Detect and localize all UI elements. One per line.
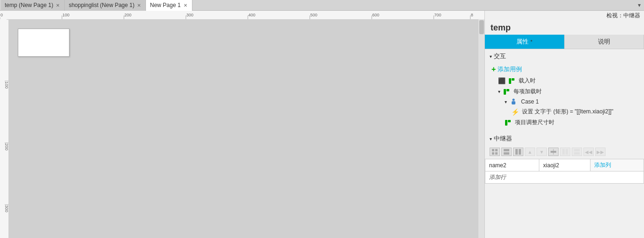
- svg-rect-48: [574, 152, 580, 155]
- event-expand-arrow: ▾: [498, 89, 500, 94]
- repeater-add-col-button[interactable]: 添加列: [590, 159, 644, 171]
- repeater-btn-grid1[interactable]: [513, 148, 523, 156]
- event-each-load-label: 每项加载时: [514, 88, 542, 96]
- interaction-section-title: 交互: [494, 52, 506, 60]
- repeater-btn-prev[interactable]: ◀◀: [583, 148, 594, 156]
- svg-text:100: 100: [62, 13, 69, 17]
- tab-temp[interactable]: temp (New Page 1) ✕: [1, 0, 65, 11]
- tab-description-label: 说明: [598, 38, 610, 45]
- ruler-horizontal: 0 100 200 300 400 500 600 700 8: [0, 11, 484, 19]
- svg-rect-40: [504, 152, 509, 155]
- repeater-btn-grid2[interactable]: [501, 148, 512, 156]
- repeater-add-row-button[interactable]: 添加行: [485, 171, 644, 184]
- repeater-section-header[interactable]: ▾ 中继器: [485, 132, 644, 146]
- ruler-v-svg: 100 200 300: [0, 19, 8, 238]
- svg-rect-29: [504, 89, 506, 95]
- event-shape-load: [508, 78, 515, 84]
- repeater-cell-name2[interactable]: name2: [485, 159, 539, 171]
- tab-overflow-button[interactable]: ▾: [635, 0, 644, 11]
- canvas-page-element[interactable]: [18, 29, 69, 57]
- event-load[interactable]: ⬛ 载入时: [485, 75, 644, 86]
- component-name: temp: [485, 20, 644, 35]
- tab-newpage-close[interactable]: ✕: [183, 3, 188, 8]
- svg-rect-34: [508, 120, 511, 122]
- repeater-collapse-icon: ▾: [490, 136, 492, 141]
- svg-rect-45: [562, 149, 565, 155]
- repeater-cell-xiaoji2[interactable]: xiaoji2: [539, 159, 590, 171]
- svg-text:0: 0: [0, 13, 3, 17]
- tab-description[interactable]: 说明: [565, 35, 644, 49]
- event-each-load[interactable]: ▾ 每项加载时: [485, 86, 644, 97]
- repeater-toolbar: ▲ ▼ ◀◀ ▶▶: [485, 146, 644, 158]
- tab-properties-label: 属性: [516, 38, 529, 45]
- repeater-btn-next[interactable]: ▶▶: [595, 148, 606, 156]
- svg-text:400: 400: [248, 13, 255, 17]
- main-layout: 0 100 200 300 400 500 600 700 8: [0, 11, 644, 238]
- svg-rect-35: [492, 149, 494, 151]
- right-panel: 检视：中继器 temp 属性 * 说明 ▾ 交互 +: [484, 11, 644, 238]
- svg-text:500: 500: [310, 13, 317, 17]
- repeater-btn-split-h[interactable]: [560, 148, 570, 156]
- tab-newpage[interactable]: New Page 1 ✕: [146, 0, 192, 11]
- case-1-label: Case 1: [521, 98, 539, 105]
- ruler-h-svg: 0 100 200 300 400 500 600 700 8: [0, 11, 479, 19]
- svg-text:700: 700: [434, 13, 441, 17]
- action-lightning-icon: ⚡: [511, 108, 519, 116]
- svg-text:300: 300: [186, 13, 193, 17]
- svg-rect-32: [512, 101, 515, 104]
- interaction-section-header[interactable]: ▾ 交互: [485, 49, 644, 63]
- event-resize-label: 项目调整尺寸时: [515, 119, 554, 126]
- svg-rect-33: [505, 120, 507, 126]
- svg-text:200: 200: [124, 13, 131, 17]
- repeater-add-row: 添加行: [485, 171, 644, 184]
- svg-rect-39: [504, 149, 509, 151]
- add-usecase-button[interactable]: + 添加用例: [485, 63, 644, 75]
- tab-temp-close[interactable]: ✕: [55, 3, 61, 8]
- svg-rect-41: [515, 149, 518, 155]
- svg-rect-36: [495, 149, 498, 151]
- scrollbar-thumb[interactable]: [479, 20, 484, 34]
- tab-shopping-label: shoppinglist (New Page 1): [69, 2, 134, 8]
- tab-shopping[interactable]: shoppinglist (New Page 1) ✕: [65, 0, 146, 11]
- svg-point-31: [513, 99, 515, 101]
- repeater-btn-split-v[interactable]: [572, 148, 582, 156]
- case-expand-arrow: ▾: [505, 99, 507, 104]
- panel-header: 检视：中继器: [485, 11, 644, 20]
- event-shape-each: [503, 89, 510, 95]
- action-set-text-label: 设置 文字于 (矩形) = "[[Item.xiaoji2]]": [522, 108, 613, 116]
- svg-rect-47: [574, 149, 580, 151]
- view-label: 检视：中继器: [606, 12, 640, 20]
- svg-rect-46: [566, 149, 568, 155]
- case-1[interactable]: ▾ Case 1: [485, 97, 644, 106]
- repeater-section: ▾ 中继器 ▲ ▼: [485, 132, 644, 184]
- tab-temp-label: temp (New Page 1): [5, 2, 53, 8]
- repeater-btn-grid4[interactable]: [490, 148, 500, 156]
- add-usecase-label: 添加用例: [498, 65, 522, 74]
- tab-bar: temp (New Page 1) ✕ shoppinglist (New Pa…: [0, 0, 644, 11]
- canvas-content[interactable]: [8, 19, 478, 238]
- repeater-btn-row-up[interactable]: ▲: [525, 148, 535, 156]
- repeater-btn-merge[interactable]: [548, 148, 559, 156]
- canvas-area: 0 100 200 300 400 500 600 700 8: [0, 11, 484, 238]
- panel-body: ▾ 交互 + 添加用例 ⬛ 载入时 ▾: [485, 49, 644, 238]
- repeater-data-row: name2 xiaoji2 添加列: [485, 159, 644, 171]
- svg-rect-28: [512, 78, 514, 81]
- svg-rect-37: [492, 152, 494, 155]
- svg-rect-38: [495, 152, 498, 155]
- canvas-scrollbar-v[interactable]: [478, 19, 484, 238]
- tab-properties[interactable]: 属性 *: [485, 35, 565, 49]
- tab-newpage-label: New Page 1: [150, 2, 180, 8]
- repeater-table: name2 xiaoji2 添加列 添加行: [485, 159, 644, 184]
- event-load-label: 载入时: [519, 77, 536, 85]
- svg-rect-30: [506, 89, 509, 91]
- interaction-collapse-icon: ▾: [490, 54, 492, 59]
- event-resize[interactable]: 项目调整尺寸时: [485, 117, 644, 128]
- action-set-text[interactable]: ⚡ 设置 文字于 (矩形) = "[[Item.xiaoji2]]": [485, 106, 644, 117]
- add-usecase-plus-icon: +: [491, 65, 496, 74]
- canvas-with-ruler: 100 200 300: [0, 19, 484, 238]
- tab-properties-asterisk: *: [530, 39, 532, 45]
- svg-text:100: 100: [4, 82, 8, 89]
- tab-shopping-close[interactable]: ✕: [136, 3, 142, 8]
- repeater-btn-row-down[interactable]: ▼: [537, 148, 547, 156]
- event-icon-load: ⬛: [498, 77, 506, 84]
